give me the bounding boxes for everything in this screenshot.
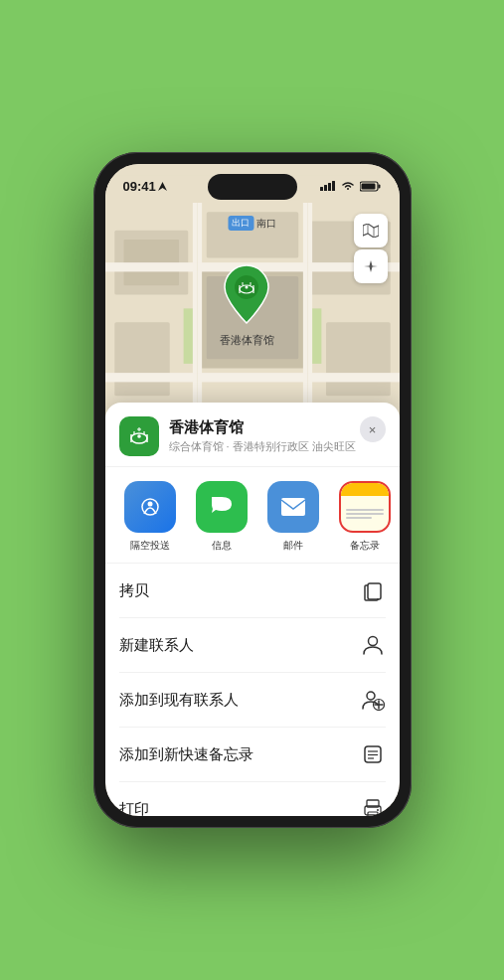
map-type-icon (363, 224, 379, 238)
venue-name: 香港体育馆 (169, 418, 386, 437)
status-icons (320, 181, 382, 192)
svg-point-37 (137, 434, 141, 438)
svg-rect-1 (320, 187, 323, 191)
action-quick-note-label: 添加到新快速备忘录 (119, 745, 253, 764)
message-symbol (208, 493, 236, 521)
venue-header: 香港体育馆 综合体育馆 · 香港特别行政区 油尖旺区 × (105, 403, 400, 467)
svg-point-45 (367, 692, 375, 700)
airdrop-icon (124, 481, 176, 533)
action-new-contact-label: 新建联系人 (119, 636, 194, 655)
svg-rect-14 (326, 322, 391, 396)
airdrop-label: 隔空投送 (130, 539, 170, 553)
action-list: 拷贝 新建联系人 (105, 564, 400, 816)
map-label-tag: 出口 (228, 216, 253, 231)
share-item-airdrop[interactable]: 隔空投送 (119, 481, 181, 553)
svg-marker-0 (158, 182, 167, 191)
action-print[interactable]: 打印 (119, 782, 386, 816)
svg-rect-22 (105, 373, 400, 382)
share-item-message[interactable]: 信息 (191, 481, 252, 553)
status-time: 09:41 (123, 179, 167, 194)
close-button[interactable]: × (360, 416, 386, 442)
message-icon (196, 481, 248, 533)
person-symbol (362, 634, 384, 656)
copy-icon (360, 577, 386, 603)
compass-icon (364, 259, 378, 273)
wifi-icon (341, 181, 355, 191)
time-label: 09:41 (123, 179, 156, 194)
location-status-icon (158, 182, 167, 191)
action-new-contact[interactable]: 新建联系人 (119, 618, 386, 673)
note-symbol (363, 744, 383, 764)
person-add-icon (360, 687, 386, 713)
svg-rect-4 (332, 181, 335, 191)
svg-rect-13 (114, 322, 170, 396)
share-item-notes[interactable]: 备忘录 (334, 481, 396, 553)
svg-point-44 (368, 637, 377, 646)
share-row: 隔空投送 信息 (105, 467, 400, 564)
venue-logo-icon (127, 424, 151, 448)
copy-symbol (363, 579, 383, 601)
print-icon (360, 796, 386, 816)
venue-subtitle: 综合体育馆 · 香港特别行政区 油尖旺区 (169, 439, 386, 454)
map-label: 出口 南口 (228, 216, 276, 231)
phone-frame: 09:41 (93, 152, 412, 828)
map-type-button[interactable] (354, 214, 388, 247)
share-item-mail[interactable]: 邮件 (262, 481, 324, 553)
svg-point-41 (147, 502, 152, 507)
note-icon (360, 741, 386, 767)
location-button[interactable] (354, 249, 388, 283)
notes-icon (339, 481, 391, 533)
signal-icon (320, 181, 336, 191)
svg-point-56 (377, 809, 379, 811)
dynamic-island (208, 174, 297, 200)
svg-rect-3 (328, 183, 331, 191)
svg-rect-43 (368, 583, 381, 599)
mail-icon (267, 481, 319, 533)
action-copy-label: 拷贝 (119, 581, 149, 600)
message-label: 信息 (212, 539, 232, 553)
venue-info: 香港体育馆 综合体育馆 · 香港特别行政区 油尖旺区 (169, 418, 386, 454)
svg-rect-2 (324, 185, 327, 191)
action-add-contact[interactable]: 添加到现有联系人 (119, 673, 386, 728)
battery-icon (360, 181, 382, 192)
svg-rect-42 (281, 498, 305, 516)
mail-symbol (279, 496, 307, 518)
action-copy[interactable]: 拷贝 (119, 564, 386, 618)
venue-icon (119, 416, 159, 456)
bottom-sheet: 香港体育馆 综合体育馆 · 香港特别行政区 油尖旺区 × 隔空投送 (105, 403, 400, 816)
map-btn-group (354, 214, 388, 283)
action-quick-note[interactable]: 添加到新快速备忘录 (119, 728, 386, 782)
phone-screen: 09:41 (105, 164, 400, 816)
mail-label: 邮件 (283, 539, 303, 553)
person-add-symbol (361, 689, 385, 711)
marker-label: 香港体育馆 (220, 333, 274, 348)
print-symbol (362, 799, 384, 816)
airdrop-symbol (137, 494, 163, 520)
svg-rect-6 (378, 184, 380, 188)
svg-rect-7 (361, 183, 375, 189)
map-label-text: 南口 (256, 217, 276, 231)
action-add-contact-label: 添加到现有联系人 (119, 691, 239, 710)
notes-label: 备忘录 (350, 539, 380, 553)
action-print-label: 打印 (119, 800, 149, 817)
svg-point-31 (246, 286, 249, 289)
map-pin-icon (221, 263, 272, 325)
person-icon (360, 632, 386, 658)
location-marker: 香港体育馆 (220, 263, 274, 348)
